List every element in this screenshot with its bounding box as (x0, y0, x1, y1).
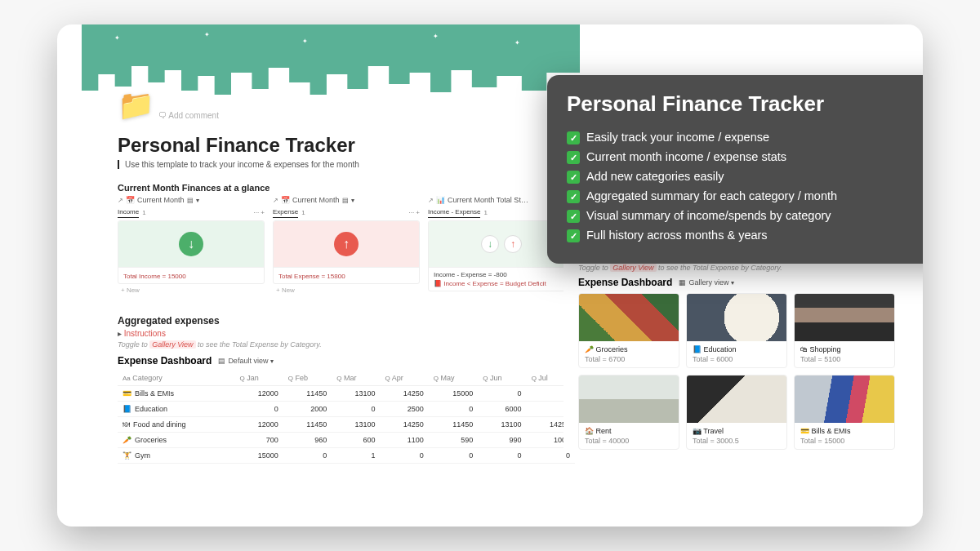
page-icon-folder[interactable]: 📁 (118, 88, 154, 124)
chevron-down-icon: ▾ (731, 279, 734, 287)
glance-income-block: ↗ 📅 Current Month ▤ ▾ Income 1 ··· + ↓ T… (118, 196, 265, 302)
gallery-hint: Toggle to Gallery View to see the Total … (118, 340, 575, 349)
aggregated-title: Aggregated expenses (118, 315, 575, 327)
feature-bullet: ✓Aggregated summary for each category / … (567, 187, 923, 207)
gallery-grid: 🥕 GroceriesTotal = 6700📘 EducationTotal … (578, 293, 906, 450)
gallery-thumbnail (579, 294, 679, 341)
notion-page-gallery: Aggregated expenses Instructions Toggle … (564, 233, 906, 450)
table-row[interactable]: 💳Bills & EMIs120001145013100142501500000 (118, 386, 575, 402)
notion-page-main: ✦ ✦ ✦ ✦ ✦ 📁 🗨 Add comment Personal Finan… (82, 24, 580, 527)
col-month[interactable]: Q Jan (235, 371, 283, 386)
gallery-card[interactable]: 📷 TravelTotal = 3000.5 (686, 375, 787, 450)
tab-count: 1 (483, 209, 487, 216)
check-icon: ✓ (567, 151, 580, 164)
default-view-selector[interactable]: ▤ Default view ▾ (218, 357, 274, 365)
gallery-card[interactable]: 🏠 RentTotal = 40000 (578, 375, 679, 450)
linked-db-header[interactable]: ↗ 📅 Current Month ▤ ▾ (118, 196, 265, 204)
check-icon: ✓ (567, 229, 580, 242)
database-icon: ▤ (187, 197, 194, 204)
table-row[interactable]: 🏋️Gym15000010000 (118, 448, 575, 464)
aggregated-expenses-section: Aggregated expenses Instructions Toggle … (118, 315, 575, 464)
col-month[interactable]: Q Jun (478, 371, 526, 386)
chevron-down-icon: ▾ (270, 358, 274, 365)
gallery-view-selector[interactable]: ▦ Gallery view ▾ (679, 278, 734, 287)
overlay-title: Personal Finance Tracker (567, 91, 923, 117)
skyline-icon (82, 58, 580, 106)
check-icon: ✓ (567, 131, 580, 144)
new-row-button[interactable]: + New (273, 287, 420, 294)
link-arrow-icon: ↗ (428, 197, 434, 204)
net-tab[interactable]: Income - Expense (428, 207, 480, 218)
check-icon: ✓ (567, 171, 580, 184)
gallery-card[interactable]: 🥕 GroceriesTotal = 6700 (578, 293, 679, 368)
gallery-thumbnail (687, 375, 786, 423)
table-row[interactable]: 📘Education0200002500060000 (118, 402, 575, 417)
check-icon: ✓ (567, 210, 580, 223)
tab-count: 1 (301, 209, 305, 216)
expense-table: Aa CategoryQ JanQ FebQ MarQ AprQ MayQ Ju… (118, 371, 575, 464)
feature-bullet: ✓Current month income / expense stats (567, 148, 923, 167)
gallery-thumbnail (579, 375, 679, 423)
feature-bullet: ✓Easily track your income / expense (567, 128, 923, 148)
glance-expense-block: ↗ 📅 Current Month ▤ ▾ Expense 1 ··· + ↑ … (273, 196, 420, 302)
gallery-thumbnail (687, 294, 786, 341)
calendar-icon: 📅 (281, 196, 290, 204)
feature-bullet: ✓Full history across months & years (567, 226, 923, 246)
col-category[interactable]: Aa Category (118, 371, 235, 386)
chevron-down-icon: ▾ (196, 197, 199, 204)
income-tab[interactable]: Income (118, 207, 139, 218)
gallery-thumbnail (795, 375, 894, 423)
instructions-toggle[interactable]: Instructions (118, 329, 575, 338)
tab-count: 1 (142, 209, 145, 216)
feature-bullet: ✓Add new categories easily (567, 167, 923, 187)
col-month[interactable]: Q Mar (332, 371, 380, 386)
arrow-up-icon: ↑ (504, 235, 522, 253)
expense-dashboard-title: Expense Dashboard (578, 277, 672, 288)
feature-overlay-card: Personal Finance Tracker ✓Easily track y… (547, 75, 923, 264)
add-comment-button[interactable]: 🗨 Add comment (158, 111, 219, 120)
income-stat-card[interactable]: ↓ Total Income = 15000 (118, 220, 265, 284)
expense-tab[interactable]: Expense (273, 207, 298, 218)
linked-db-header[interactable]: ↗ 📅 Current Month ▤ ▾ (273, 196, 420, 204)
arrow-down-icon: ↓ (179, 232, 203, 256)
chart-icon: 📊 (436, 196, 445, 204)
gallery-hint: Toggle to Gallery View to see the Total … (578, 264, 906, 272)
expense-stat-card[interactable]: ↑ Total Expense = 15800 (273, 220, 420, 284)
page-description-quote: Use this template to track your income &… (118, 160, 359, 169)
check-icon: ✓ (567, 190, 580, 203)
gallery-card[interactable]: 🛍 ShoppingTotal = 5100 (794, 293, 895, 368)
template-preview-card: ✦ ✦ ✦ ✦ ✦ 📁 🗨 Add comment Personal Finan… (57, 24, 923, 527)
arrow-up-icon: ↑ (334, 232, 359, 256)
col-month[interactable]: Q Apr (380, 371, 428, 386)
table-icon: ▤ (218, 357, 225, 365)
chevron-down-icon: ▾ (351, 197, 354, 204)
gallery-card[interactable]: 📘 EducationTotal = 6000 (686, 293, 787, 368)
new-row-button[interactable]: + New (118, 287, 265, 294)
expense-dashboard-title: Expense Dashboard (118, 355, 212, 367)
gallery-card[interactable]: 💳 Bills & EMIsTotal = 15000 (794, 375, 895, 450)
database-icon: ▤ (342, 197, 349, 204)
calendar-icon: 📅 (126, 196, 135, 204)
table-row[interactable]: 🥕Groceries70096060011005909901000 (118, 433, 575, 448)
gallery-icon: ▦ (679, 278, 686, 287)
arrow-down-icon: ↓ (481, 235, 499, 253)
table-row[interactable]: 🍽Food and dining120001145013100142501145… (118, 417, 575, 433)
feature-bullet: ✓Visual summary of income/spends by cate… (567, 207, 923, 226)
col-month[interactable]: Q Feb (283, 371, 332, 386)
col-month[interactable]: Q May (429, 371, 478, 386)
gallery-thumbnail (795, 294, 894, 341)
link-arrow-icon: ↗ (273, 197, 278, 204)
glance-section-label: Current Month Finances at a glance (118, 183, 270, 193)
glance-cards-row: ↗ 📅 Current Month ▤ ▾ Income 1 ··· + ↓ T… (118, 196, 575, 302)
link-arrow-icon: ↗ (118, 197, 123, 204)
page-cover: ✦ ✦ ✦ ✦ ✦ (82, 24, 580, 106)
page-title: Personal Finance Tracker (118, 134, 355, 157)
